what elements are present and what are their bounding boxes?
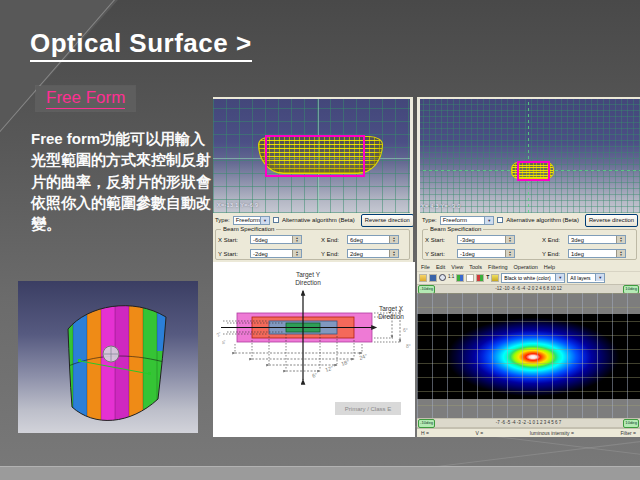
dim-18deg-label: 18° [340,358,350,366]
x-end-field[interactable]: 3deg [568,235,626,244]
y-start-value: -1deg [458,251,505,257]
x-start-field[interactable]: -3deg [457,235,515,244]
beam-specification-title: Beam Specification [221,226,276,232]
slide-description: Free form功能可以用輸入光型範圍的方式來控制反射片的曲率，反射片的形狀會… [31,128,211,234]
target-y-label-line1: Target Y [296,271,321,279]
spinner-icon[interactable] [505,250,514,257]
y-end-field[interactable]: 2deg [347,249,399,258]
surface-patch-view [18,281,198,433]
range-chip-bottom-right: 10deg [623,419,639,428]
scrollbar[interactable] [417,99,420,213]
chevron-down-icon [260,217,269,224]
reverse-direction-button[interactable]: Reverse direction [361,214,413,227]
y-start-field[interactable]: -1deg [457,249,515,258]
x-end-value: 6deg [348,237,389,243]
zoom-icon[interactable] [439,274,446,281]
x-start-value: -6deg [251,237,292,243]
dim-right-6deg-label: 6° [403,327,408,333]
dim-12deg-label: 12° [324,364,334,372]
type-label: Type: [215,217,230,223]
freeform-viewer-right: X= 4.3 Y= -9.0 Type: Freeform Alternativ… [417,97,640,262]
x-start-field[interactable]: -6deg [250,235,302,244]
menu-help[interactable]: Help [544,264,555,270]
dim-6deg-label: 6° [311,372,318,379]
y-end-field[interactable]: 1deg [568,249,626,258]
y-start-label: Y Start: [218,251,250,257]
menu-view[interactable]: View [451,264,463,270]
dim-left-4deg-label: 4° [220,338,227,346]
luminous-intensity-window: File Edit View Tools Filtering Operation… [417,262,640,437]
chevron-down-icon [484,217,493,224]
y-end-value: 1deg [569,251,616,257]
colormap-dropdown[interactable]: Black to white (color) [501,273,565,283]
spinner-icon[interactable] [292,250,301,257]
copy-icon[interactable] [466,274,474,282]
viewport-canvas-right[interactable]: X= 4.3 Y= -9.0 [417,99,640,213]
menu-filtering[interactable]: Filtering [488,264,508,270]
save-icon[interactable] [429,274,437,282]
spinner-icon[interactable] [616,250,625,257]
freeform-viewer-left: X=-13.1 Y=-6.9 Type: Freeform Alternativ… [213,97,413,262]
intensity-plot-canvas[interactable] [417,293,640,420]
colormap-value: Black to white (color) [504,275,550,281]
key-icon[interactable] [491,274,499,282]
spinner-icon[interactable] [616,236,625,243]
x-end-label: X End: [542,237,568,243]
layers-dropdown[interactable]: All layers [567,273,605,283]
beam-specification-group: Beam Specification X Start: -3deg X End:… [422,229,637,260]
status-v: V = [476,430,484,436]
palette-icon[interactable] [476,274,484,282]
background-triangle [0,0,118,132]
viewport-canvas-left[interactable]: X=-13.1 Y=-6.9 [213,99,413,213]
menu-edit[interactable]: Edit [436,264,445,270]
freeform-panel-right: Type: Freeform Alternative algorithm (Be… [417,213,640,262]
text-tool-icon[interactable]: T [486,274,489,282]
type-dropdown[interactable]: Freeform [440,216,495,225]
reverse-direction-button[interactable]: Reverse direction [585,214,638,227]
dim-left-2deg-label: 2° [215,330,222,338]
spinner-icon[interactable] [292,236,301,243]
x-end-label: X End: [321,237,347,243]
plot-grid-overlay [417,293,640,420]
spinner-icon[interactable] [505,236,514,243]
open-icon[interactable] [419,274,427,282]
status-h: H = [421,430,429,436]
cursor-coords-readout: X=-13.1 Y=-6.9 [217,202,258,208]
alternative-algorithm-label: Alternative algorithm (Beta) [282,217,355,223]
type-dropdown[interactable]: Freeform [233,216,270,225]
y-start-field[interactable]: -2deg [250,249,302,258]
menu-tools[interactable]: Tools [469,264,482,270]
surface-patch-graphic [18,281,198,433]
x-start-label: X Start: [218,237,250,243]
alternative-algorithm-checkbox[interactable] [497,217,503,223]
horizontal-ruler-bottom: -10deg -7 -6 -5 -4 -3 -2 -1 0 1 2 3 4 5 … [417,418,640,428]
menu-file[interactable]: File [421,264,430,270]
x-start-value: -3deg [458,237,505,243]
y-start-value: -2deg [251,251,292,257]
chevron-down-icon [595,274,604,281]
menu-operation[interactable]: Operation [514,264,538,270]
x-end-field[interactable]: 6deg [347,235,399,244]
spinner-icon[interactable] [389,236,398,243]
status-luminous-intensity: luminous intensity = [530,430,574,436]
class-button-label: Primary / Class E [345,406,391,412]
target-y-label-line2: Direction [295,279,321,286]
chevron-down-icon [555,274,564,281]
freeform-tag-label: Free Form [46,88,125,109]
status-filter: Filter = [621,430,636,436]
layers-value: All layers [570,275,590,281]
ruler-ticks-bottom: -7 -6 -5 -4 -3 -2 -1 0 1 2 3 4 5 6 7 [437,419,620,427]
one-to-one-button[interactable]: 1:1 [448,274,454,282]
y-end-value: 2deg [348,251,389,257]
dim-right-8deg-label: 8° [406,343,411,349]
x-end-value: 3deg [569,237,616,243]
type-dropdown-value: Freeform [443,217,467,223]
spinner-icon[interactable] [389,250,398,257]
dim-24deg-label: 24° [358,352,368,360]
layers-icon[interactable] [456,274,464,282]
scrollbar[interactable] [410,99,413,213]
type-dropdown-value: Freeform [236,217,260,223]
type-label: Type: [422,217,437,223]
x-start-label: X Start: [425,237,457,243]
alternative-algorithm-checkbox[interactable] [273,217,279,223]
